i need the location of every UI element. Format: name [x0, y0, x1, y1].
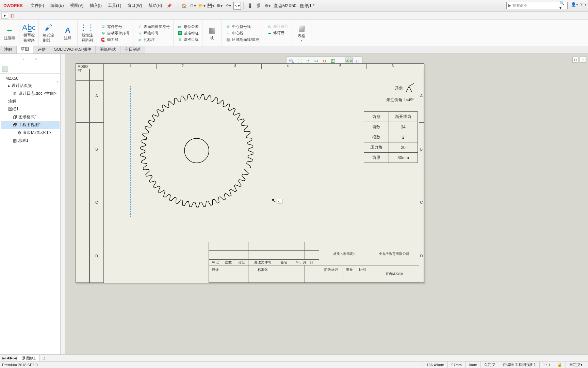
sidebar-top-strip: •○ [0, 54, 60, 64]
tab-sketch[interactable]: 草图 [17, 45, 33, 53]
tab-annotation[interactable]: 注解 [0, 46, 17, 53]
tree-tab-icon[interactable] [2, 66, 8, 72]
ribbon-spellcheck[interactable]: Ab̲c拼写检 验程序 [21, 23, 36, 43]
sheet-nav-first-icon[interactable]: ⏮ [2, 356, 6, 360]
ribbon-balloon[interactable]: ①零件序号 [100, 24, 130, 29]
undo-icon[interactable]: ↶▾ [225, 2, 232, 10]
menu-edit[interactable]: 编辑(E) [48, 1, 67, 10]
dropdown-icon[interactable]: ▾ [1, 13, 8, 19]
sheet-nav-last-icon[interactable]: ⏭ [13, 356, 17, 360]
minimize-icon[interactable]: ▾ [585, 2, 587, 7]
page-prev-icon[interactable]: ⊟ [572, 57, 578, 63]
ribbon-surface[interactable]: ✓表面粗糙度符号 [137, 24, 170, 29]
surface-finish-note: 其余 [395, 83, 414, 93]
ribbon-datumtgt[interactable]: ⊕基准目标 [177, 37, 199, 42]
tree-designbinder[interactable]: ▸ 设计活页夹 [1, 82, 60, 90]
print-icon[interactable]: 🖶▾ [216, 2, 223, 10]
ribbon-magline[interactable]: 🧲磁力线 [100, 37, 130, 42]
tab-today[interactable]: 今日制造 [120, 46, 145, 53]
ribbon-gtol[interactable]: ▭形位公差 [177, 24, 199, 29]
status-version: Premium 2018 SP5.0 [2, 363, 38, 367]
chamfer-note: 未注倒角 1×45° [386, 97, 414, 103]
search-input[interactable] [512, 3, 559, 7]
ribbon-revcloud[interactable]: ☁修订云 [266, 30, 288, 35]
ribbon-hatch[interactable]: ▨区域剖面线/填充 [225, 37, 259, 42]
command-tabs: 注解 草图 评估 SOLIDWORKS 插件 图纸格式 今日制造 [0, 46, 588, 54]
page-next-icon[interactable]: ⊞ [580, 57, 586, 63]
secondary-toolbar: ▾ ◧ [0, 12, 588, 20]
tree-annot[interactable]: 注解 [1, 97, 60, 105]
sheet-nav-prev-icon[interactable]: ◀ [6, 356, 9, 360]
status-bar: Premium 2018 SP5.0 166.49mm 97mm 0mm 欠定义… [0, 361, 588, 368]
ribbon-weld[interactable]: ↘焊接符号 [137, 31, 170, 36]
title-block: 材质 <未指定> 小丸子教育有限公司 标记处数 分区更改文件号 签名年、月、日 … [209, 242, 419, 283]
drawing-canvas[interactable]: 🔍 ⛶ ↺ ✂ ↻ 🖼 ⬚ 👁▾ ◐ ⊟ ⊞ MDSO FT 123 456 A… [61, 54, 588, 358]
row-labels-left: ABCD [89, 69, 104, 283]
feature-tree-panel: •○ › M2X50 ▸ 设计活页夹 🗎 设计日志.doc <空白> 注解 图纸… [0, 54, 61, 358]
search-icon[interactable]: 🔍▾ [559, 1, 566, 10]
mouse-cursor-icon: ↖▭ [272, 197, 282, 204]
status-under: 欠定义 [480, 362, 499, 368]
rebuild-icon[interactable]: 🚦 [246, 2, 254, 10]
tree-generaltable[interactable]: ▦ 总表1 [1, 137, 60, 144]
add-sheet-icon[interactable]: 🗋 [40, 356, 48, 360]
titlebar-right-icons: 👤▾ ? ▾ [571, 2, 587, 7]
sheet-nav-next-icon[interactable]: ▶ [10, 356, 13, 360]
menu-file[interactable]: 文件(F) [28, 1, 47, 10]
search-box[interactable]: ▶ 🔍▾ [506, 2, 568, 9]
ribbon-tables[interactable]: ▦表格▾ [294, 24, 309, 42]
menu-tools[interactable]: 工具(T) [105, 1, 124, 10]
tree-root[interactable]: M2X50 [1, 75, 60, 82]
status-custom[interactable]: 自定义 ▾ [566, 362, 586, 368]
tab-addins[interactable]: SOLIDWORKS 插件 [50, 46, 96, 53]
ribbon-autoballoon[interactable]: ⊛自动零件序号 [100, 31, 130, 36]
tree-sheetformat[interactable]: 🗍 图纸格式1 [1, 113, 60, 121]
pin-icon[interactable]: 📌 [167, 3, 172, 8]
tb-partname: 直齿M2X50 [369, 265, 419, 283]
tree-partref[interactable]: ⚙ 直齿M2X50<1> [1, 129, 60, 137]
quick-toolbar: 🏠 🗋▾ 📂▾ 💾▾ 🖶▾ ↶▾ ↖▾ 🚦 🗐 ⚙▾ [177, 2, 271, 10]
ribbon-block[interactable]: ▦块 [205, 26, 219, 41]
ribbon-linpattern[interactable]: ⋮⋮线性注 释阵列 [80, 23, 95, 43]
gear-drawing [135, 89, 258, 212]
tab-evaluate[interactable]: 评估 [33, 46, 50, 53]
menu-window[interactable]: 窗口(W) [125, 1, 145, 10]
open-icon[interactable]: 📂▾ [198, 2, 206, 10]
ribbon-centermark[interactable]: ⊕中心符号线 [225, 24, 259, 29]
page-nav: ⊟ ⊞ [572, 57, 586, 63]
tree-drawingview[interactable]: 🗗 工程图视图1 [1, 121, 60, 129]
expand-icon[interactable]: › [57, 79, 58, 84]
settings-icon[interactable]: ⚙▾ [264, 2, 271, 10]
options-icon[interactable]: 🗐 [255, 2, 262, 10]
status-lock-icon[interactable]: 🔒 [554, 362, 566, 368]
tree-sheet1[interactable]: 图纸1 [1, 105, 60, 113]
help-icon[interactable]: ? [580, 2, 583, 7]
svg-point-0 [184, 138, 209, 163]
menu-insert[interactable]: 插入(I) [87, 1, 104, 10]
menu-view[interactable]: 视图(V) [67, 1, 86, 10]
menu-help[interactable]: 帮助(H) [146, 1, 165, 10]
eraser-icon[interactable]: ◧ [10, 13, 14, 18]
ribbon-centerline[interactable]: ┼中心线 [225, 31, 259, 36]
tree-designlog[interactable]: 🗎 设计日志.doc <空白> [1, 90, 60, 97]
row-labels-outer [76, 69, 89, 283]
new-icon[interactable]: 🗋▾ [189, 2, 197, 10]
ribbon-note[interactable]: A注释 [60, 26, 75, 41]
ribbon-formatpaint[interactable]: 🖌格式涂 刷器 [41, 23, 56, 43]
sidebar-tab-icons: › [0, 64, 60, 74]
ribbon-holecall[interactable]: ⌀孔标注 [137, 37, 170, 42]
select-icon[interactable]: ↖▾ [233, 2, 241, 10]
feature-tree[interactable]: M2X50 ▸ 设计活页夹 🗎 设计日志.doc <空白> 注解 图纸1 🗍 图… [0, 74, 60, 146]
ribbon-smartdim[interactable]: ↔注选项 [2, 26, 17, 41]
user-icon[interactable]: 👤▾ [571, 2, 578, 7]
home-icon[interactable]: 🏠 [180, 2, 188, 10]
column-headers: 123 456 [104, 64, 419, 69]
vertical-ruler [61, 54, 65, 358]
ribbon-datum[interactable]: 🅰基准特征 [177, 31, 199, 36]
drawing-sheet[interactable]: MDSO FT 123 456 ABCD ABCD [76, 63, 424, 283]
status-editing: 在编辑 工程图视图1 [499, 362, 539, 368]
save-icon[interactable]: 💾▾ [207, 2, 214, 10]
tab-sheetfmt[interactable]: 图纸格式 [96, 46, 120, 53]
sheet-tab-1[interactable]: 🗍 图纸1 [18, 355, 39, 362]
ribbon-revision[interactable]: △修订符号 [266, 24, 288, 29]
